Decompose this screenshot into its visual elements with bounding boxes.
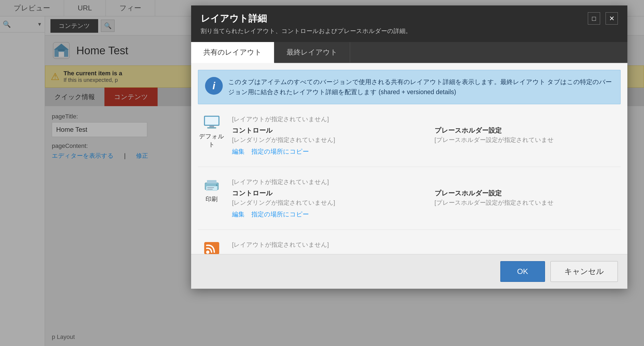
layout-item-default: デフォルト [レイアウトが指定されていません] コントロール [レンダリングが指…: [198, 110, 621, 167]
svg-rect-8: [207, 127, 216, 129]
layout-copy-link-print[interactable]: 指定の場所にコピー: [251, 210, 309, 219]
modal-title: レイアウト詳細: [201, 12, 411, 25]
svg-rect-7: [209, 126, 214, 127]
modal-body: i このタブはアイテムのすべてのバージョンで使用される共有のレイアウト詳細を表示…: [191, 63, 627, 254]
modal-maximize-button[interactable]: □: [588, 12, 600, 25]
layout-col-control-print: コントロール [レンダリングが指定されていません]: [232, 189, 418, 207]
modal-tab-shared[interactable]: 共有のレイアウト: [191, 42, 274, 63]
info-text: このタブはアイテムのすべてのバージョンで使用される共有のレイアウト詳細を表示しま…: [228, 77, 613, 97]
layout-row-default: コントロール [レンダリングが指定されていません] プレースホルダー設定 [プレ…: [232, 126, 621, 144]
layout-icon-label-default: デフォルト: [198, 132, 225, 149]
svg-rect-14: [207, 189, 213, 190]
svg-rect-13: [207, 187, 214, 188]
layout-not-set-rss: [レイアウトが指定されていません]: [232, 241, 621, 249]
ok-button[interactable]: OK: [500, 261, 545, 282]
modal-header-buttons: □ ✕: [588, 12, 618, 25]
modal-dialog: レイアウト詳細 割り当てられたレイアウト、コントロールおよびプレースホルダーの詳…: [191, 5, 627, 289]
modal-tab-final[interactable]: 最終レイアウト: [274, 42, 350, 62]
layout-edit-link-default[interactable]: 編集: [232, 147, 245, 156]
layout-not-set-default: [レイアウトが指定されていません]: [232, 115, 621, 123]
modal-footer: OK キャンセル: [191, 254, 627, 289]
layout-edit-link-print[interactable]: 編集: [232, 210, 245, 219]
layout-item-print: 印刷 [レイアウトが指定されていません] コントロール [レンダリングが指定され…: [198, 172, 621, 230]
layout-details-print: [レイアウトが指定されていません] コントロール [レンダリングが指定されていま…: [232, 178, 621, 219]
layout-not-set-print: [レイアウトが指定されていません]: [232, 178, 621, 186]
layout-actions-print: 編集 指定の場所にコピー: [232, 210, 621, 219]
layout-row-print: コントロール [レンダリングが指定されていません] プレースホルダー設定 [プレ…: [232, 189, 621, 207]
modal-header: レイアウト詳細 割り当てられたレイアウト、コントロールおよびプレースホルダーの詳…: [191, 5, 627, 42]
layout-col-placeholder-default: プレースホルダー設定 [プレースホルダー設定が指定されていませ: [435, 126, 621, 144]
modal-title-group: レイアウト詳細 割り当てられたレイアウト、コントロールおよびプレースホルダーの詳…: [201, 12, 411, 35]
modal-close-button[interactable]: ✕: [606, 12, 618, 25]
svg-rect-10: [207, 180, 216, 183]
modal-subtitle: 割り当てられたレイアウト、コントロールおよびプレースホルダーの詳細。: [201, 27, 411, 35]
svg-rect-11: [206, 186, 217, 190]
layout-col-control-default: コントロール [レンダリングが指定されていません]: [232, 126, 418, 144]
svg-rect-6: [205, 117, 218, 125]
layout-icon-label-print: 印刷: [206, 195, 218, 203]
layout-details-rss: [レイアウトが指定されていません]: [232, 241, 621, 252]
layout-actions-default: 編集 指定の場所にコピー: [232, 147, 621, 156]
layout-details-default: [レイアウトが指定されていません] コントロール [レンダリングが指定されていま…: [232, 115, 621, 156]
info-box: i このタブはアイテムのすべてのバージョンで使用される共有のレイアウト詳細を表示…: [198, 70, 621, 104]
svg-rect-12: [216, 184, 218, 186]
cancel-button[interactable]: キャンセル: [550, 261, 618, 282]
layout-icon-default: デフォルト: [198, 115, 225, 149]
layout-copy-link-default[interactable]: 指定の場所にコピー: [251, 147, 309, 156]
layout-item-rss: [レイアウトが指定されていません]: [198, 235, 621, 254]
svg-point-16: [206, 250, 209, 254]
layout-col-placeholder-print: プレースホルダー設定 [プレースホルダー設定が指定されていませ: [435, 189, 621, 207]
info-icon: i: [205, 77, 223, 95]
layout-icon-print: 印刷: [198, 178, 225, 203]
layout-icon-rss: [198, 241, 225, 254]
modal-tabs: 共有のレイアウト 最終レイアウト: [191, 42, 627, 63]
